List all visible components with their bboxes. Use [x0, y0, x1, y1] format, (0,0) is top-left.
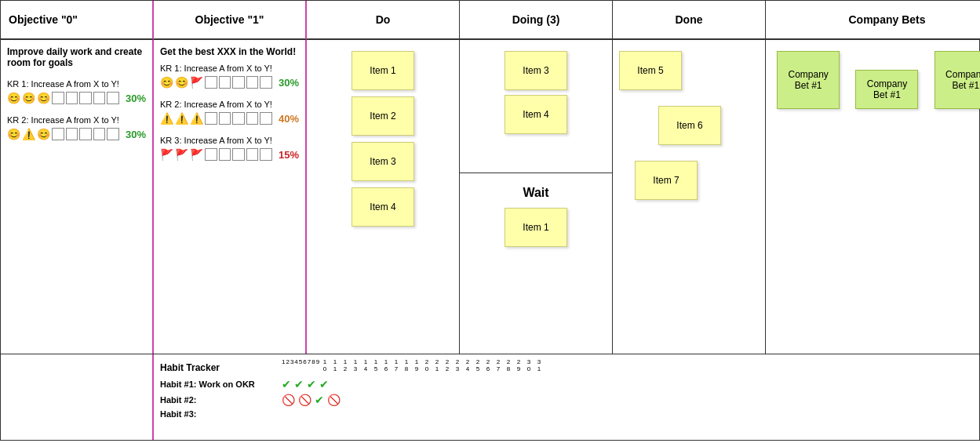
hn17: 17	[392, 359, 401, 373]
habit1-mark3: ✔	[307, 378, 316, 390]
obj1-kr2-box3	[232, 112, 245, 125]
obj1-kr3-box5	[260, 148, 272, 161]
obj1-kr1-box4	[246, 76, 259, 89]
obj0-kr2-box4	[93, 128, 106, 140]
obj1-kr3: KR 3: Increase A from X to Y! 🚩 🚩 🚩 15%	[160, 136, 299, 161]
obj1-kr2-box1	[205, 112, 217, 125]
do-item-4[interactable]: Item 4	[352, 187, 414, 227]
hn7: 7	[308, 359, 311, 373]
obj0-kr2: KR 2: Increase A from X to Y! 😊 ⚠️ 😊 30%	[7, 115, 146, 140]
habit2-mark1: 🚫	[282, 394, 295, 406]
habit3-label: Habit #3:	[160, 409, 282, 419]
habit1-label: Habit #1: Work on OKR	[160, 379, 282, 389]
hn8: 8	[311, 359, 315, 373]
header-obj0-label: Objective "0"	[9, 13, 78, 26]
hn28: 28	[504, 359, 513, 373]
header-doing-label: Doing (3)	[512, 13, 560, 26]
habit1-row: Habit #1: Work on OKR ✔ ✔ ✔ ✔	[160, 378, 980, 390]
habit2-mark2: 🚫	[298, 394, 311, 406]
doing-body: Item 3 Item 4 Wait Item 1	[460, 40, 613, 354]
obj1-kr1-box3	[232, 76, 245, 89]
done-items: Item 5 Item 6 Item 7	[619, 46, 759, 205]
habit-tracker-section: Habit Tracker 1 2 3 4 5 6 7 8 9 10 11 12…	[1, 354, 980, 440]
obj0-kr1-emoji3: 😊	[37, 92, 50, 104]
doing-top-section: Item 3 Item 4	[460, 40, 612, 173]
doing-wait-label: Wait	[466, 180, 606, 203]
done-item-2[interactable]: Item 6	[658, 106, 721, 145]
obj1-kr2-emoji3: ⚠️	[190, 112, 203, 125]
company-bet-1[interactable]: Company Bet #1	[777, 51, 840, 109]
obj0-kr1-title: KR 1: Increase A from X to Y!	[7, 79, 146, 89]
hn12: 12	[341, 359, 350, 373]
hn1: 1	[282, 359, 285, 373]
doing-item-1[interactable]: Item 3	[505, 51, 567, 90]
obj1-kr1-title: KR 1: Increase A from X to Y!	[160, 64, 299, 73]
obj1-kr1-pct: 30%	[279, 77, 299, 89]
obj1-kr1-box5	[260, 76, 272, 89]
obj1-kr3-box2	[219, 148, 231, 161]
obj0-kr1-emoji2: 😊	[22, 92, 35, 104]
do-item-2[interactable]: Item 2	[352, 96, 414, 136]
done-item-1[interactable]: Item 5	[619, 51, 682, 90]
habit1-mark2: ✔	[294, 378, 304, 390]
obj0-goal-section: Improve daily work and create room for g…	[7, 46, 146, 68]
obj0-kr2-emoji3: 😊	[37, 128, 50, 140]
obj1-kr3-box1	[205, 148, 217, 161]
obj0-kr2-tracker: 😊 ⚠️ 😊 30%	[7, 128, 146, 140]
obj1-kr1-emoji3: 🚩	[190, 76, 203, 89]
hn10: 10	[320, 359, 330, 373]
hn21: 21	[432, 359, 442, 373]
hn18: 18	[402, 359, 411, 373]
do-item-3[interactable]: Item 3	[352, 142, 414, 181]
done-item-3[interactable]: Item 7	[635, 161, 698, 200]
obj0-kr2-box3	[79, 128, 92, 140]
obj1-kr3-tracker: 🚩 🚩 🚩 15%	[160, 148, 299, 161]
habit1-marks: ✔ ✔ ✔ ✔	[282, 378, 329, 390]
obj1-kr2-box4	[246, 112, 259, 125]
hn5: 5	[299, 359, 302, 373]
obj1-kr2-tracker: ⚠️ ⚠️ ⚠️ 40%	[160, 112, 299, 125]
hn11: 11	[330, 359, 340, 373]
header-do-label: Do	[376, 13, 391, 26]
obj1-kr3-emoji2: 🚩	[175, 148, 188, 161]
done-row3: Item 7	[635, 156, 698, 205]
hn13: 13	[351, 359, 360, 373]
company-bets-body: Company Bet #1 Company Bet #1 Company Be…	[766, 40, 980, 354]
obj1-kr2-box2	[219, 112, 231, 125]
obj0-kr1-box1	[52, 92, 64, 104]
hn2: 2	[286, 359, 289, 373]
header-obj1: Objective "1"	[154, 1, 307, 40]
doing-wait-item-1[interactable]: Item 1	[505, 208, 567, 247]
habit-tracker-numbers: 1 2 3 4 5 6 7 8 9 10 11 12 13 14 15 16 1	[282, 359, 544, 373]
obj1-body: Get the best XXX in the World! KR 1: Inc…	[154, 40, 307, 354]
habit-tracker-obj0-spacer	[1, 354, 154, 440]
obj0-kr2-box2	[66, 128, 78, 140]
obj1-kr3-title: KR 3: Increase A from X to Y!	[160, 136, 299, 145]
obj1-kr1-emoji1: 😊	[160, 76, 173, 89]
header-obj1-label: Objective "1"	[195, 13, 264, 26]
obj1-kr3-box4	[246, 148, 259, 161]
do-item-1[interactable]: Item 1	[352, 51, 414, 90]
obj1-kr2: KR 2: Increase A from X to Y! ⚠️ ⚠️ ⚠️ 4…	[160, 100, 299, 125]
obj0-kr1: KR 1: Increase A from X to Y! 😊 😊 😊 30%	[7, 79, 146, 104]
obj1-goal: Get the best XXX in the World!	[160, 46, 299, 57]
obj1-kr1-box1	[205, 76, 217, 89]
obj0-kr2-emoji2: ⚠️	[22, 128, 35, 140]
header-done: Done	[613, 1, 766, 40]
hn26: 26	[483, 359, 493, 373]
habit1-mark4: ✔	[319, 378, 329, 390]
obj1-kr3-box3	[232, 148, 245, 161]
board: Objective "0" Objective "1" Do Doing (3)…	[0, 0, 980, 441]
obj1-kr1-tracker: 😊 😊 🚩 30%	[160, 76, 299, 89]
habit2-mark3: ✔	[315, 394, 324, 406]
company-bet-2[interactable]: Company Bet #1	[855, 70, 918, 109]
hn6: 6	[303, 359, 306, 373]
doing-item-2[interactable]: Item 4	[505, 95, 567, 134]
hn30: 30	[524, 359, 534, 373]
obj0-kr1-emoji1: 😊	[7, 92, 20, 104]
obj0-kr1-box5	[107, 92, 119, 104]
habit3-row: Habit #3:	[160, 409, 980, 419]
header-doing: Doing (3)	[460, 1, 613, 40]
header-company-bets-label: Company Bets	[848, 13, 925, 26]
company-bet-3[interactable]: Company Bet #1	[934, 51, 980, 109]
